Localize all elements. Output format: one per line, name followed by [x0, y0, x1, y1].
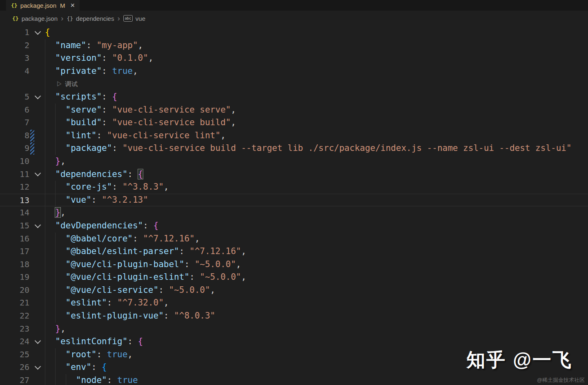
code-text[interactable]: "eslintConfig": {: [45, 335, 143, 348]
gutter: 16: [0, 232, 45, 246]
gutter: 12: [0, 181, 45, 194]
code-text[interactable]: "devDependencies": {: [45, 219, 158, 232]
code-text[interactable]: },: [45, 155, 66, 168]
code-text[interactable]: "version": "0.1.0",: [45, 52, 154, 65]
indent-guide: [45, 142, 45, 155]
code-line: 5 "scripts": {: [0, 91, 588, 104]
gutter: 9: [0, 142, 45, 155]
chevron-right-icon: ›: [117, 14, 120, 22]
code-line: 27 "node": true: [0, 374, 588, 385]
indent-guide: [45, 284, 45, 297]
tab-package-json[interactable]: {} package.json M ×: [6, 0, 80, 11]
code-text[interactable]: "eslint-plugin-vue": "^8.0.3": [45, 310, 215, 323]
code-text[interactable]: },: [45, 206, 66, 219]
code-text[interactable]: "name": "my-app",: [45, 39, 143, 52]
code-text[interactable]: "private": true,: [45, 65, 138, 78]
fold-chevron-icon[interactable]: [35, 338, 41, 344]
code-text[interactable]: },: [45, 323, 66, 336]
code-line: 16 "@babel/core": "^7.12.16",: [0, 232, 588, 246]
indent-guide: [45, 258, 45, 271]
gutter: 4: [0, 65, 45, 78]
watermark-zhihu: 知乎 @一飞: [466, 347, 572, 373]
indent-guide: [55, 181, 56, 194]
code-line: 9 "package": "vue-cli-service build --ta…: [0, 142, 588, 155]
codelens-row: ▷ 调试: [0, 77, 588, 91]
indent-guide: [45, 271, 45, 284]
code-text[interactable]: "@vue/cli-plugin-babel": "~5.0.0",: [45, 258, 241, 271]
code-line: 17 "@babel/eslint-parser": "^7.12.16",: [0, 245, 588, 258]
code-line: 8 "lint": "vue-cli-service lint",: [0, 129, 588, 142]
code-text[interactable]: "lint": "vue-cli-service lint",: [45, 129, 226, 142]
code-text[interactable]: "dependencies": {: [45, 168, 143, 181]
gutter: [0, 77, 45, 91]
code-line: 7 "build": "vue-cli-service build",: [0, 116, 588, 129]
code-line: 3 "version": "0.1.0",: [0, 52, 588, 65]
line-number: 9: [24, 142, 29, 155]
codelens-debug[interactable]: ▷ 调试: [45, 77, 78, 91]
gutter: 20: [0, 284, 45, 297]
code-text[interactable]: "@vue/cli-service": "~5.0.0",: [45, 284, 215, 297]
gutter: 24: [0, 335, 45, 348]
fold-chevron-icon[interactable]: [35, 363, 41, 370]
indent-guide: [45, 374, 45, 385]
gutter: 23: [0, 323, 45, 336]
line-number: 22: [20, 310, 29, 323]
line-number: 18: [20, 258, 29, 271]
indent-guide: [45, 194, 45, 206]
code-line: 19 "@vue/cli-plugin-eslint": "~5.0.0",: [0, 271, 588, 284]
code-text[interactable]: "@babel/core": "^7.12.16",: [45, 232, 200, 246]
indent-guide: [55, 296, 56, 310]
fold-chevron-icon[interactable]: [35, 29, 41, 35]
code-text[interactable]: "root": true,: [45, 348, 133, 361]
line-number: 26: [20, 361, 29, 374]
fold-chevron-icon[interactable]: [35, 170, 41, 177]
indent-guide: [45, 181, 45, 194]
indent-guide: [55, 142, 56, 155]
indent-guide: [55, 129, 56, 142]
fold-chevron-icon[interactable]: [35, 222, 41, 228]
gutter: 2: [0, 39, 45, 52]
breadcrumb-item-vue[interactable]: abc vue: [123, 15, 145, 22]
line-number: 2: [24, 39, 29, 52]
json-file-icon: {}: [12, 15, 19, 22]
codelens-label[interactable]: 调试: [63, 80, 78, 87]
code-line: 6 "serve": "vue-cli-service serve",: [0, 104, 588, 117]
indent-guide: [55, 348, 56, 361]
code-text[interactable]: "scripts": {: [45, 91, 117, 104]
indent-guide: [45, 65, 45, 78]
fold-chevron-icon[interactable]: [35, 93, 41, 100]
code-text[interactable]: {: [45, 26, 50, 39]
code-text[interactable]: "serve": "vue-cli-service serve",: [45, 104, 236, 117]
line-number: 4: [24, 65, 29, 78]
code-text[interactable]: "package": "vue-cli-service build --targ…: [45, 142, 572, 155]
debug-play-icon[interactable]: ▷: [56, 80, 63, 87]
indent-guide: [45, 116, 45, 129]
code-text[interactable]: "build": "vue-cli-service build",: [45, 116, 236, 129]
code-line: 18 "@vue/cli-plugin-babel": "~5.0.0",: [0, 258, 588, 271]
line-number: 11: [20, 168, 29, 181]
code-text[interactable]: "vue": "^3.2.13": [45, 194, 148, 207]
line-number: 17: [20, 245, 29, 258]
indent-guide: [55, 258, 56, 271]
gutter: 26: [0, 361, 45, 374]
code-line: 23 },: [0, 323, 588, 336]
tab-label: package.json: [20, 2, 56, 9]
code-text[interactable]: "eslint": "^7.32.0",: [45, 296, 169, 310]
code-text[interactable]: "node": true: [45, 374, 138, 385]
indent-guide: [45, 296, 45, 310]
indent-guide: [55, 194, 56, 206]
breadcrumb-item-file[interactable]: {} package.json: [12, 15, 58, 22]
code-text[interactable]: "env": {: [45, 361, 107, 374]
breadcrumb: {} package.json › {} dependencies › abc …: [0, 11, 588, 26]
line-number: 20: [20, 284, 29, 297]
breadcrumb-item-dependencies[interactable]: {} dependencies: [67, 15, 114, 22]
indent-guide: [45, 155, 45, 168]
gutter: 11: [0, 168, 45, 181]
editor[interactable]: 1{2 "name": "my-app",3 "version": "0.1.0…: [0, 26, 588, 385]
code-text[interactable]: "@vue/cli-plugin-eslint": "~5.0.0",: [45, 271, 246, 284]
close-icon[interactable]: ×: [71, 2, 75, 9]
code-text[interactable]: "core-js": "^3.8.3",: [45, 181, 169, 194]
modified-badge: M: [60, 2, 65, 9]
code-text[interactable]: "@babel/eslint-parser": "^7.12.16",: [45, 245, 246, 258]
indent-guide: [45, 77, 45, 91]
